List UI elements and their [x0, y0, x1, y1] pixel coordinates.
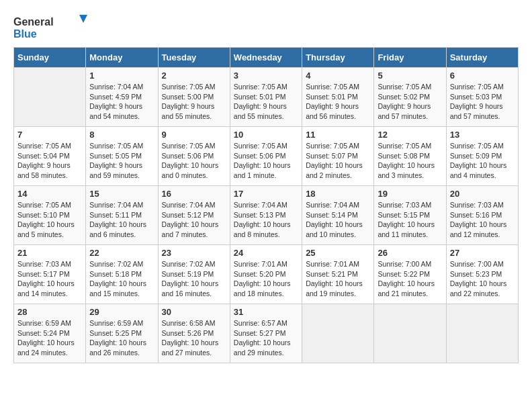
weekday-header-saturday: Saturday — [446, 48, 518, 68]
calendar-cell: 3Sunrise: 7:05 AM Sunset: 5:01 PM Daylig… — [230, 68, 302, 127]
day-number: 26 — [378, 248, 442, 258]
day-number: 25 — [306, 248, 370, 258]
day-number: 6 — [450, 71, 515, 81]
day-number: 15 — [89, 189, 154, 199]
day-number: 23 — [162, 248, 226, 258]
calendar-cell: 30Sunrise: 6:58 AM Sunset: 5:26 PM Dayli… — [158, 304, 230, 363]
calendar-cell: 12Sunrise: 7:05 AM Sunset: 5:08 PM Dayli… — [374, 127, 446, 186]
weekday-header-monday: Monday — [86, 48, 158, 68]
calendar-cell — [302, 304, 374, 363]
week-row-3: 14Sunrise: 7:05 AM Sunset: 5:10 PM Dayli… — [14, 186, 519, 245]
calendar-cell: 28Sunrise: 6:59 AM Sunset: 5:24 PM Dayli… — [14, 304, 86, 363]
day-info: Sunrise: 7:02 AM Sunset: 5:18 PM Dayligh… — [89, 259, 154, 299]
weekday-header-row: SundayMondayTuesdayWednesdayThursdayFrid… — [14, 48, 519, 68]
calendar-cell: 10Sunrise: 7:05 AM Sunset: 5:06 PM Dayli… — [230, 127, 302, 186]
calendar-cell: 9Sunrise: 7:05 AM Sunset: 5:06 PM Daylig… — [158, 127, 230, 186]
day-number: 29 — [89, 307, 154, 317]
calendar-cell: 31Sunrise: 6:57 AM Sunset: 5:27 PM Dayli… — [230, 304, 302, 363]
day-info: Sunrise: 7:01 AM Sunset: 5:20 PM Dayligh… — [234, 259, 298, 299]
week-row-2: 7Sunrise: 7:05 AM Sunset: 5:04 PM Daylig… — [14, 127, 519, 186]
day-number: 13 — [450, 130, 515, 140]
day-info: Sunrise: 7:01 AM Sunset: 5:21 PM Dayligh… — [306, 259, 370, 299]
day-info: Sunrise: 6:58 AM Sunset: 5:26 PM Dayligh… — [162, 318, 226, 358]
calendar-cell: 11Sunrise: 7:05 AM Sunset: 5:07 PM Dayli… — [302, 127, 374, 186]
day-info: Sunrise: 7:04 AM Sunset: 4:59 PM Dayligh… — [89, 82, 154, 122]
day-number: 12 — [378, 130, 442, 140]
day-number: 19 — [378, 189, 442, 199]
day-number: 2 — [162, 71, 226, 81]
header: General Blue — [13, 13, 519, 40]
week-row-5: 28Sunrise: 6:59 AM Sunset: 5:24 PM Dayli… — [14, 304, 519, 363]
calendar-cell: 29Sunrise: 6:59 AM Sunset: 5:25 PM Dayli… — [86, 304, 158, 363]
day-info: Sunrise: 7:05 AM Sunset: 5:03 PM Dayligh… — [450, 82, 515, 122]
svg-marker-2 — [79, 15, 87, 23]
calendar-cell: 26Sunrise: 7:00 AM Sunset: 5:22 PM Dayli… — [374, 245, 446, 304]
calendar-cell: 17Sunrise: 7:04 AM Sunset: 5:13 PM Dayli… — [230, 186, 302, 245]
week-row-1: 1Sunrise: 7:04 AM Sunset: 4:59 PM Daylig… — [14, 68, 519, 127]
weekday-header-wednesday: Wednesday — [230, 48, 302, 68]
day-info: Sunrise: 7:05 AM Sunset: 5:04 PM Dayligh… — [17, 141, 82, 181]
calendar-cell — [14, 68, 86, 127]
day-number: 28 — [17, 307, 82, 317]
day-info: Sunrise: 7:05 AM Sunset: 5:08 PM Dayligh… — [378, 141, 442, 181]
calendar-cell: 22Sunrise: 7:02 AM Sunset: 5:18 PM Dayli… — [86, 245, 158, 304]
logo: General Blue — [13, 13, 94, 40]
day-info: Sunrise: 7:05 AM Sunset: 5:01 PM Dayligh… — [234, 82, 298, 122]
day-number: 10 — [234, 130, 298, 140]
day-info: Sunrise: 7:05 AM Sunset: 5:02 PM Dayligh… — [378, 82, 442, 122]
day-info: Sunrise: 7:04 AM Sunset: 5:13 PM Dayligh… — [234, 200, 298, 240]
day-number: 1 — [89, 71, 154, 81]
day-number: 9 — [162, 130, 226, 140]
calendar-cell: 15Sunrise: 7:04 AM Sunset: 5:11 PM Dayli… — [86, 186, 158, 245]
calendar-cell: 25Sunrise: 7:01 AM Sunset: 5:21 PM Dayli… — [302, 245, 374, 304]
calendar-cell: 6Sunrise: 7:05 AM Sunset: 5:03 PM Daylig… — [446, 68, 518, 127]
calendar-cell: 8Sunrise: 7:05 AM Sunset: 5:05 PM Daylig… — [86, 127, 158, 186]
day-info: Sunrise: 7:03 AM Sunset: 5:15 PM Dayligh… — [378, 200, 442, 240]
day-info: Sunrise: 7:05 AM Sunset: 5:07 PM Dayligh… — [306, 141, 370, 181]
svg-text:General: General — [13, 16, 54, 28]
day-number: 18 — [306, 189, 370, 199]
day-info: Sunrise: 7:04 AM Sunset: 5:11 PM Dayligh… — [89, 200, 154, 240]
svg-text:Blue: Blue — [13, 28, 37, 40]
calendar-cell: 14Sunrise: 7:05 AM Sunset: 5:10 PM Dayli… — [14, 186, 86, 245]
day-number: 11 — [306, 130, 370, 140]
weekday-header-tuesday: Tuesday — [158, 48, 230, 68]
day-info: Sunrise: 7:05 AM Sunset: 5:06 PM Dayligh… — [234, 141, 298, 181]
day-info: Sunrise: 7:03 AM Sunset: 5:16 PM Dayligh… — [450, 200, 515, 240]
day-info: Sunrise: 7:05 AM Sunset: 5:00 PM Dayligh… — [162, 82, 226, 122]
calendar-cell: 4Sunrise: 7:05 AM Sunset: 5:01 PM Daylig… — [302, 68, 374, 127]
week-row-4: 21Sunrise: 7:03 AM Sunset: 5:17 PM Dayli… — [14, 245, 519, 304]
day-number: 17 — [234, 189, 298, 199]
day-info: Sunrise: 6:59 AM Sunset: 5:25 PM Dayligh… — [89, 318, 154, 358]
day-number: 24 — [234, 248, 298, 258]
calendar-cell: 21Sunrise: 7:03 AM Sunset: 5:17 PM Dayli… — [14, 245, 86, 304]
day-number: 30 — [162, 307, 226, 317]
day-number: 27 — [450, 248, 515, 258]
calendar-cell: 27Sunrise: 7:00 AM Sunset: 5:23 PM Dayli… — [446, 245, 518, 304]
day-number: 14 — [17, 189, 82, 199]
day-info: Sunrise: 7:00 AM Sunset: 5:23 PM Dayligh… — [450, 259, 515, 299]
day-number: 22 — [89, 248, 154, 258]
calendar-cell: 13Sunrise: 7:05 AM Sunset: 5:09 PM Dayli… — [446, 127, 518, 186]
weekday-header-thursday: Thursday — [302, 48, 374, 68]
calendar-cell: 19Sunrise: 7:03 AM Sunset: 5:15 PM Dayli… — [374, 186, 446, 245]
day-info: Sunrise: 7:00 AM Sunset: 5:22 PM Dayligh… — [378, 259, 442, 299]
day-info: Sunrise: 7:05 AM Sunset: 5:10 PM Dayligh… — [17, 200, 82, 240]
calendar-cell: 23Sunrise: 7:02 AM Sunset: 5:19 PM Dayli… — [158, 245, 230, 304]
day-info: Sunrise: 7:02 AM Sunset: 5:19 PM Dayligh… — [162, 259, 226, 299]
day-info: Sunrise: 7:04 AM Sunset: 5:14 PM Dayligh… — [306, 200, 370, 240]
day-info: Sunrise: 7:05 AM Sunset: 5:09 PM Dayligh… — [450, 141, 515, 181]
day-info: Sunrise: 6:57 AM Sunset: 5:27 PM Dayligh… — [234, 318, 298, 358]
day-number: 16 — [162, 189, 226, 199]
day-info: Sunrise: 6:59 AM Sunset: 5:24 PM Dayligh… — [17, 318, 82, 358]
calendar-cell — [446, 304, 518, 363]
day-info: Sunrise: 7:05 AM Sunset: 5:01 PM Dayligh… — [306, 82, 370, 122]
calendar-cell: 7Sunrise: 7:05 AM Sunset: 5:04 PM Daylig… — [14, 127, 86, 186]
calendar-table: SundayMondayTuesdayWednesdayThursdayFrid… — [13, 47, 519, 363]
calendar-cell: 18Sunrise: 7:04 AM Sunset: 5:14 PM Dayli… — [302, 186, 374, 245]
day-number: 7 — [17, 130, 82, 140]
day-info: Sunrise: 7:04 AM Sunset: 5:12 PM Dayligh… — [162, 200, 226, 240]
day-info: Sunrise: 7:05 AM Sunset: 5:06 PM Dayligh… — [162, 141, 226, 181]
calendar-cell — [374, 304, 446, 363]
day-number: 3 — [234, 71, 298, 81]
